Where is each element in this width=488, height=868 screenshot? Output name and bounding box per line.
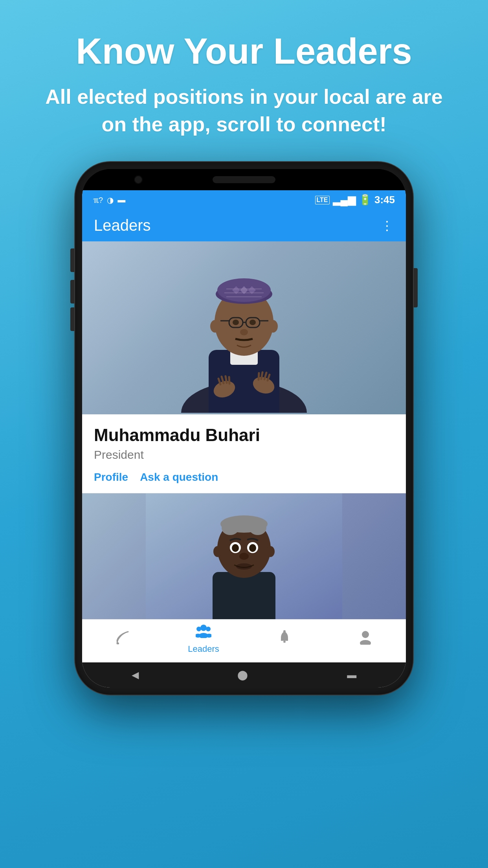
leaders-nav-label: Leaders	[188, 644, 219, 654]
svg-point-46	[239, 553, 249, 560]
nav-item-feed[interactable]	[82, 630, 163, 652]
svg-rect-34	[213, 572, 275, 619]
phone-speaker	[213, 176, 275, 183]
bell-icon	[278, 630, 291, 648]
phone-screen: ℼ? ◑ ▬ LTE ▂▄▆ 🔋 3:45 Leaders ⋮	[82, 190, 406, 688]
phone-mockup: ℼ? ◑ ▬ LTE ▂▄▆ 🔋 3:45 Leaders ⋮	[75, 162, 413, 695]
svg-line-27	[226, 376, 227, 383]
leader-card-1-info: Muhammadu Buhari President Profile Ask a…	[82, 414, 406, 493]
page-title: Know Your Leaders	[31, 31, 457, 71]
svg-point-53	[206, 627, 211, 631]
home-button[interactable]: ⬤	[237, 669, 248, 680]
svg-point-45	[249, 544, 256, 552]
lte-badge: LTE	[315, 196, 330, 204]
leader-photo-buhari	[169, 248, 319, 414]
battery-icon: 🔋	[359, 194, 371, 206]
leader-card-1-image	[82, 241, 406, 414]
svg-point-40	[213, 546, 222, 557]
svg-point-22	[268, 320, 278, 333]
circle-icon: ◑	[107, 195, 114, 205]
svg-point-38	[222, 521, 239, 535]
phone-frame: ℼ? ◑ ▬ LTE ▂▄▆ 🔋 3:45 Leaders ⋮	[75, 162, 413, 695]
app-bar: Leaders ⋮	[82, 210, 406, 241]
svg-point-44	[232, 544, 239, 552]
leader-card-1: Muhammadu Buhari President Profile Ask a…	[82, 241, 406, 493]
status-bar: ℼ? ◑ ▬ LTE ▂▄▆ 🔋 3:45	[82, 190, 406, 210]
svg-point-47	[236, 563, 252, 570]
signal-icon: ▂▄▆	[333, 194, 356, 206]
leader-actions-1: Profile Ask a question	[94, 469, 394, 485]
phone-screen-container: ℼ? ◑ ▬ LTE ▂▄▆ 🔋 3:45 Leaders ⋮	[82, 169, 406, 688]
person-icon	[359, 630, 372, 648]
leader-name-1: Muhammadu Buhari	[94, 425, 394, 445]
phone-top-bar	[82, 169, 406, 190]
feed-icon	[116, 630, 130, 648]
profile-button[interactable]: Profile	[94, 469, 128, 485]
back-button[interactable]: ◀	[132, 669, 139, 680]
svg-point-49	[200, 625, 207, 631]
leaders-icon	[196, 624, 211, 642]
ask-question-button[interactable]: Ask a question	[140, 469, 218, 485]
svg-point-39	[249, 521, 266, 535]
android-nav-bar: ◀ ⬤ ▬	[82, 662, 406, 688]
leader-card-2	[82, 493, 406, 619]
svg-line-32	[259, 373, 259, 380]
phone-camera	[134, 175, 143, 184]
leader-card-2-image	[82, 493, 406, 619]
bottom-nav: Leaders	[82, 619, 406, 662]
status-left: ℼ? ◑ ▬	[93, 195, 125, 205]
svg-point-51	[196, 627, 201, 631]
recent-button[interactable]: ▬	[347, 669, 356, 680]
wifi-icon: ℼ?	[93, 195, 103, 205]
page-subtitle: All elected positions in your local are …	[31, 83, 457, 138]
svg-point-18	[233, 320, 239, 325]
svg-point-56	[283, 630, 286, 633]
svg-point-21	[210, 320, 220, 333]
svg-point-41	[266, 546, 275, 557]
svg-point-19	[250, 320, 256, 325]
svg-line-31	[261, 372, 262, 379]
sim-icon: ▬	[117, 195, 125, 204]
nav-item-profile[interactable]	[325, 630, 406, 652]
leader-position-1: President	[94, 448, 394, 462]
app-bar-title: Leaders	[94, 217, 151, 234]
svg-point-20	[240, 329, 248, 335]
svg-line-28	[229, 377, 229, 384]
nav-item-notifications[interactable]	[244, 630, 325, 652]
svg-point-57	[362, 631, 369, 638]
header-section: Know Your Leaders All elected positions …	[0, 0, 488, 154]
status-right: LTE ▂▄▆ 🔋 3:45	[315, 194, 395, 206]
nav-item-leaders[interactable]: Leaders	[163, 624, 244, 658]
svg-rect-55	[283, 641, 286, 643]
more-options-button[interactable]: ⋮	[381, 218, 394, 233]
svg-point-58	[360, 640, 371, 645]
clock: 3:45	[374, 194, 395, 206]
